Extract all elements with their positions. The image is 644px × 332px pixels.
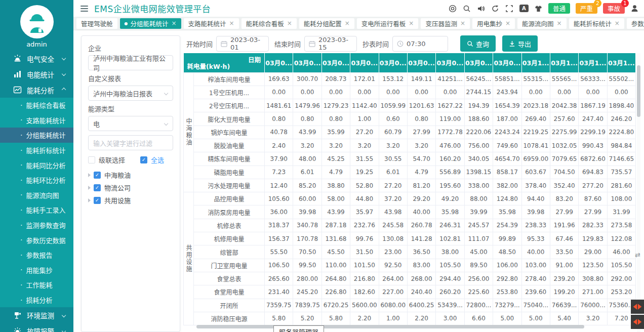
tab-item[interactable]: 变压器监测× — [421, 18, 470, 29]
table-corner-header: 日期耗电量(kW·h) — [184, 53, 265, 72]
value-cell: 45.00 — [464, 245, 493, 259]
value-cell: 3.20 — [379, 139, 407, 152]
close-icon[interactable]: × — [345, 20, 350, 27]
tab-item[interactable]: 能耗综合看板× — [242, 18, 297, 29]
close-icon[interactable]: × — [615, 20, 620, 27]
value-cell: 2.40 — [265, 139, 293, 152]
sidebar-subitem[interactable]: ·能耗综合看板 — [0, 98, 73, 113]
font-size-icon[interactable]: A — [519, 5, 529, 12]
refresh-icon[interactable] — [491, 4, 500, 13]
column-adjust-icon[interactable]: ⇄ — [635, 251, 640, 259]
tree-checkbox[interactable]: ✓ — [94, 197, 101, 204]
sidebar-subitem[interactable]: ·参数报告 — [0, 247, 73, 263]
vertical-scrollbar-thumb[interactable] — [637, 65, 640, 117]
tree-filter-input[interactable]: 输入关键字进行过滤 — [88, 135, 173, 150]
tab-item[interactable]: 用电集抄× — [472, 18, 515, 29]
sidebar-subitem[interactable]: ·参数历史数据 — [0, 232, 73, 247]
close-icon[interactable]: × — [172, 20, 177, 27]
avatar[interactable] — [20, 5, 54, 38]
sidebar-item[interactable]: 能耗分析 — [0, 82, 73, 98]
value-cell: 119.00 — [436, 112, 464, 126]
hamburger-icon[interactable] — [80, 4, 88, 13]
status-chip-normal[interactable]: 普通 — [548, 3, 570, 14]
tab-item[interactable]: 能耗分组配置× — [299, 18, 354, 29]
close-icon[interactable]: × — [409, 20, 414, 27]
tab-item[interactable]: 管理驾驶舱 — [76, 18, 117, 29]
tab-item[interactable]: ●分组能耗统计× — [120, 18, 181, 29]
sidebar-subitem[interactable]: ·能耗手工录入 — [0, 202, 73, 218]
select-all-checkbox[interactable]: ✓ — [140, 156, 147, 163]
value-cell: 0.00 — [579, 86, 607, 99]
sidebar-item[interactable]: 电气安全 — [0, 51, 73, 66]
expand-caret-icon[interactable] — [88, 173, 91, 177]
sidebar-subitem[interactable]: ·损耗分析 — [0, 293, 73, 308]
sidebar-subitem[interactable]: ·分组能耗统计 — [0, 128, 73, 143]
expand-caret-icon[interactable] — [88, 198, 91, 202]
value-cell: 245.57 — [464, 219, 493, 232]
calendar-icon — [221, 40, 227, 47]
theme-shirt-icon[interactable] — [534, 4, 543, 13]
close-icon[interactable]: × — [287, 20, 292, 27]
volume-icon[interactable] — [477, 4, 486, 13]
sidebar-subitem[interactable]: ·支路能耗统计 — [0, 113, 73, 128]
end-date-input[interactable]: 2023-03-15 — [304, 36, 357, 52]
value-cell: 99.50 — [293, 259, 321, 272]
tree-checkbox[interactable]: ✓ — [94, 172, 101, 179]
sidebar-subitem[interactable]: ·能耗折标统计 — [0, 143, 73, 158]
close-icon[interactable]: × — [229, 20, 234, 27]
tab-item[interactable]: 能耗折标统计× — [569, 18, 624, 29]
cascade-checkbox[interactable] — [88, 156, 95, 163]
value-cell: 67.46 — [550, 232, 578, 245]
sidebar-subitem[interactable]: ·监测参数查询 — [0, 218, 73, 233]
status-chip-severe[interactable]: 严重 2 — [576, 3, 597, 14]
export-button[interactable]: 导出 — [502, 35, 538, 52]
server-manager-button[interactable]: 服务器管理器 — [273, 325, 324, 332]
sidebar-subitem[interactable]: ·工作能耗 — [0, 277, 73, 293]
close-icon[interactable]: × — [557, 20, 562, 27]
value-cell: 54.70 — [407, 152, 435, 165]
horizontal-scrollbar[interactable] — [185, 325, 634, 328]
record-target-icon[interactable] — [449, 4, 457, 13]
value-cell: 6.60 — [464, 312, 493, 325]
company-input[interactable]: 泸州中海粮油工业有限公司 — [88, 55, 173, 70]
tree-checkbox[interactable]: ✓ — [94, 184, 101, 191]
select-all[interactable]: ✓ 全选 — [140, 155, 164, 164]
sidebar-subitem[interactable]: ·能耗同比分析 — [0, 157, 73, 173]
tab-item[interactable]: 能源流向图× — [517, 18, 567, 29]
sidebar-subitem[interactable]: ·能源流向图 — [0, 188, 73, 203]
sidebar-subitem[interactable]: ·能耗环比分析 — [0, 173, 73, 188]
sidebar-subitem[interactable]: ·用能集抄 — [0, 263, 73, 278]
energy-type-select[interactable]: 电 — [88, 116, 173, 131]
meter-time-input[interactable]: 07:30 — [392, 36, 448, 52]
date-column-header: 03月0... — [265, 53, 293, 72]
tab-item[interactable]: 参数报告× — [627, 18, 644, 29]
report-select[interactable]: 泸州中海粮油日报表 — [88, 86, 173, 101]
chevron-down-icon — [62, 313, 66, 317]
user-icon[interactable] — [630, 4, 639, 13]
sidebar-item[interactable]: 故障报警 — [0, 323, 73, 332]
scroll-jump-button-bottom[interactable] — [631, 315, 644, 329]
fullscreen-icon[interactable] — [505, 4, 514, 13]
start-date-input[interactable]: 2023-03-01 — [216, 36, 269, 52]
query-toolbar: 开始时间 2023-03-01 结束时间 2023-03-15 抄表时间 07:… — [186, 35, 538, 52]
status-chip-accident[interactable]: 事故 1 — [603, 3, 625, 14]
horizontal-scrollbar-thumb[interactable] — [196, 325, 584, 328]
value-cell: 1867.19 — [579, 99, 607, 112]
scroll-jump-button-top[interactable] — [631, 300, 644, 314]
tab-item[interactable]: 变电所运行看板× — [357, 18, 419, 29]
sidebar-item[interactable]: 环境监测 — [0, 307, 73, 323]
top-bar: EMS企业微电网能效管理平台 A 普通 严重 2 事故 1 — [73, 0, 644, 17]
tree-node[interactable]: ✓中海粮油 — [88, 169, 173, 181]
value-cell: 318.37 — [265, 219, 293, 232]
sidebar-item[interactable]: 电能统计 — [0, 66, 73, 82]
tab-item[interactable]: 支路能耗统计× — [184, 18, 239, 29]
value-cell: 694.83 — [579, 165, 607, 179]
vertical-scrollbar[interactable] — [637, 53, 640, 332]
query-button[interactable]: 查询 — [460, 35, 496, 52]
close-icon[interactable]: × — [460, 20, 465, 27]
search-icon[interactable] — [463, 4, 471, 13]
close-icon[interactable]: × — [505, 20, 510, 27]
tree-node[interactable]: ✓共用设施 — [88, 194, 173, 206]
expand-caret-icon[interactable] — [88, 186, 91, 190]
tree-node[interactable]: ✓物流公司 — [88, 181, 173, 194]
